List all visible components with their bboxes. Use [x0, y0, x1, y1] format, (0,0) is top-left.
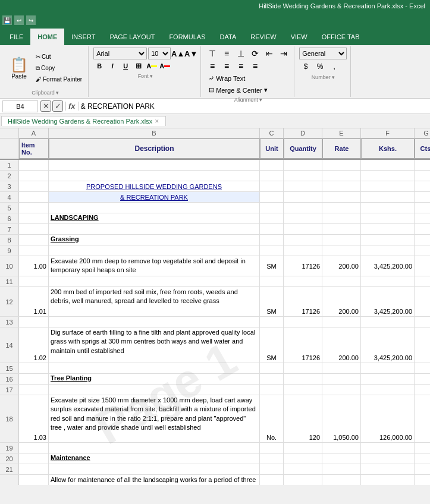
cell-cts-header[interactable]: Cts. — [415, 138, 430, 159]
number-format-select[interactable]: General — [299, 48, 347, 59]
justify-button[interactable]: ≡ — [249, 60, 262, 72]
cell-5f[interactable] — [361, 203, 415, 213]
font-color-button[interactable]: A — [159, 60, 171, 72]
cell-2g[interactable] — [415, 171, 430, 181]
cell-10f[interactable]: 3,425,200.00 — [361, 256, 415, 276]
cell-4f[interactable] — [361, 192, 415, 202]
align-left-button[interactable]: ≡ — [206, 60, 219, 72]
cell-22b[interactable]: Allow for maintenance of all the landsca… — [49, 475, 260, 485]
cell-description-header[interactable]: Description — [49, 138, 260, 159]
cell-15b[interactable] — [49, 363, 260, 373]
cell-12b[interactable]: 200 mm bed of imported red soil mix, fre… — [49, 287, 260, 316]
font-size-select[interactable]: 10 — [148, 48, 171, 59]
cell-13f[interactable] — [361, 317, 415, 327]
cell-6f[interactable] — [361, 213, 415, 223]
tab-data[interactable]: DATA — [213, 29, 244, 45]
cell-4c[interactable] — [260, 192, 284, 202]
col-header-g[interactable]: G — [415, 128, 430, 138]
cell-19f[interactable] — [361, 443, 415, 453]
cell-21e[interactable] — [322, 464, 361, 474]
cell-10e[interactable]: 200.00 — [322, 256, 361, 276]
cell-22f[interactable]: 100,000.00 — [361, 475, 415, 485]
cell-1d[interactable] — [284, 160, 322, 170]
cell-22e[interactable]: 100,000 — [322, 475, 361, 485]
cell-15f[interactable] — [361, 363, 415, 373]
align-center-button[interactable]: ≡ — [220, 60, 233, 72]
align-middle-button[interactable]: ≡ — [220, 48, 233, 59]
cell-8b[interactable]: Grassing — [49, 235, 260, 245]
cell-9a[interactable] — [19, 245, 49, 256]
cell-12a[interactable]: 1.01 — [19, 287, 49, 316]
cell-14e[interactable]: 200.00 — [322, 327, 361, 363]
cell-11e[interactable] — [322, 276, 361, 286]
cell-19c[interactable] — [260, 443, 284, 453]
redo-button[interactable]: ↪ — [26, 15, 36, 25]
cell-6b[interactable]: LANDSCAPING — [49, 213, 260, 223]
cell-21d[interactable] — [284, 464, 322, 474]
col-header-c[interactable]: C — [260, 128, 284, 138]
cell-7c[interactable] — [260, 224, 284, 234]
cell-8f[interactable] — [361, 235, 415, 245]
cell-6g[interactable] — [415, 213, 430, 223]
cell-4d[interactable] — [284, 192, 322, 202]
cell-9e[interactable] — [322, 245, 361, 256]
cell-16g[interactable] — [415, 374, 430, 384]
cell-16a[interactable] — [19, 374, 49, 384]
cell-7e[interactable] — [322, 224, 361, 234]
font-expand-icon[interactable]: ▾ — [150, 73, 153, 79]
cell-17f[interactable] — [361, 385, 415, 395]
cell-3f[interactable] — [361, 181, 415, 191]
highlight-button[interactable]: A — [146, 60, 158, 72]
cell-16c[interactable] — [260, 374, 284, 384]
cell-9g[interactable] — [415, 245, 430, 256]
cell-4b[interactable]: & RECREATION PARK — [49, 192, 260, 202]
cell-5b[interactable] — [49, 203, 260, 213]
cell-22g[interactable] — [415, 475, 430, 485]
cell-9b[interactable] — [49, 245, 260, 256]
cell-10d[interactable]: 17126 — [284, 256, 322, 276]
cell-11f[interactable] — [361, 276, 415, 286]
cell-4a[interactable] — [19, 192, 49, 202]
cell-6a[interactable] — [19, 213, 49, 223]
cell-1a[interactable] — [19, 160, 49, 170]
cell-18a[interactable]: 1.03 — [19, 395, 49, 442]
cell-6c[interactable] — [260, 213, 284, 223]
tab-file[interactable]: FILE — [2, 29, 30, 45]
cell-6e[interactable] — [322, 213, 361, 223]
cell-11d[interactable] — [284, 276, 322, 286]
tab-formulas[interactable]: FORMULAS — [162, 29, 212, 45]
cell-2f[interactable] — [361, 171, 415, 181]
border-button[interactable]: ⊞ — [133, 60, 145, 72]
cell-kshs-header[interactable]: Kshs. — [361, 138, 415, 159]
save-button[interactable]: 💾 — [2, 15, 12, 25]
cell-7b[interactable] — [49, 224, 260, 234]
cell-15c[interactable] — [260, 363, 284, 373]
align-top-button[interactable]: ⊤ — [206, 48, 219, 59]
cell-6d[interactable] — [284, 213, 322, 223]
cell-5d[interactable] — [284, 203, 322, 213]
copy-button[interactable]: ⧉ Copy — [33, 63, 84, 74]
cell-12d[interactable]: 17126 — [284, 287, 322, 316]
cell-15a[interactable] — [19, 363, 49, 373]
cell-7a[interactable] — [19, 224, 49, 234]
cell-21g[interactable] — [415, 464, 430, 474]
formula-confirm-button[interactable]: ✓ — [52, 100, 63, 112]
cell-18g[interactable] — [415, 395, 430, 442]
col-header-e[interactable]: E — [322, 128, 361, 138]
cell-18e[interactable]: 1,050.00 — [322, 395, 361, 442]
sheet-tab-close-icon[interactable]: ✕ — [155, 118, 159, 124]
cell-12e[interactable]: 200.00 — [322, 287, 361, 316]
cell-1f[interactable] — [361, 160, 415, 170]
cell-12f[interactable]: 3,425,200.00 — [361, 287, 415, 316]
cell-17d[interactable] — [284, 385, 322, 395]
cell-quantity-header[interactable]: Quantity — [284, 138, 322, 159]
cell-1e[interactable] — [322, 160, 361, 170]
cell-10c[interactable]: SM — [260, 256, 284, 276]
decrease-font-button[interactable]: A▼ — [185, 48, 197, 59]
cell-22c[interactable]: Item — [260, 475, 284, 485]
cell-19g[interactable] — [415, 443, 430, 453]
cell-16b[interactable]: Tree Planting — [49, 374, 260, 384]
cell-21b[interactable] — [49, 464, 260, 474]
cell-1b[interactable] — [49, 160, 260, 170]
cell-5g[interactable] — [415, 203, 430, 213]
